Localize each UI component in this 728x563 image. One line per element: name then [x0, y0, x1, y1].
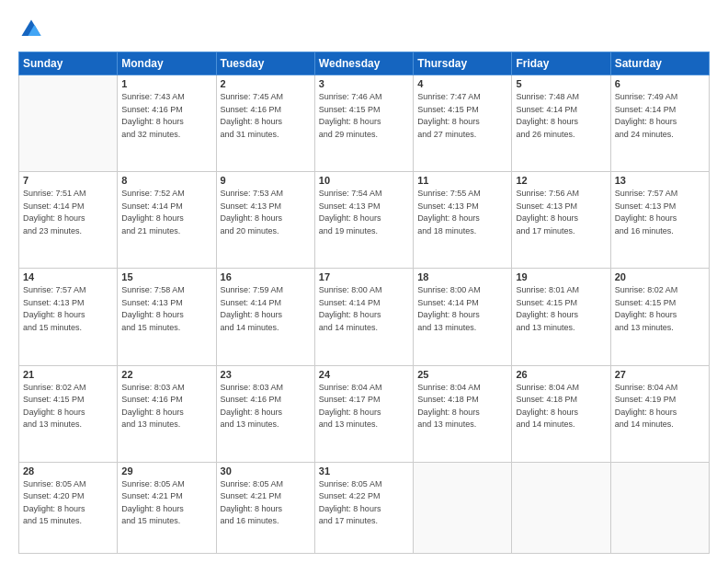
daylight-text: Daylight: 8 hours	[23, 310, 85, 319]
table-cell: 7Sunrise: 7:51 AMSunset: 4:14 PMDaylight…	[19, 172, 118, 269]
daylight-text-2: and 26 minutes.	[516, 130, 574, 139]
daylight-text: Daylight: 8 hours	[121, 310, 184, 319]
table-cell: 24Sunrise: 8:04 AMSunset: 4:17 PMDayligh…	[314, 365, 413, 462]
day-number: 25	[417, 369, 507, 380]
day-number: 16	[221, 271, 311, 282]
table-cell: 15Sunrise: 7:58 AMSunset: 4:13 PMDayligh…	[118, 269, 216, 365]
daylight-text-2: and 16 minutes.	[221, 516, 279, 525]
table-cell: 13Sunrise: 7:57 AMSunset: 4:13 PMDayligh…	[610, 172, 709, 269]
daylight-text: Daylight: 8 hours	[121, 213, 184, 223]
sunset-text: Sunset: 4:19 PM	[615, 395, 677, 404]
sunset-text: Sunset: 4:18 PM	[516, 395, 577, 404]
sunrise-text: Sunrise: 7:57 AM	[615, 189, 678, 198]
calendar-week-row: 21Sunrise: 8:02 AMSunset: 4:15 PMDayligh…	[19, 365, 710, 462]
daylight-text: Daylight: 8 hours	[516, 408, 578, 417]
sunset-text: Sunset: 4:13 PM	[319, 201, 381, 211]
daylight-text: Daylight: 8 hours	[516, 310, 578, 319]
daylight-text: Daylight: 8 hours	[319, 117, 381, 126]
day-info: Sunrise: 7:52 AMSunset: 4:14 PMDaylight:…	[121, 188, 211, 237]
table-cell: 30Sunrise: 8:05 AMSunset: 4:21 PMDayligh…	[216, 462, 314, 553]
day-number: 10	[319, 175, 409, 186]
daylight-text: Daylight: 8 hours	[23, 504, 85, 513]
sunrise-text: Sunrise: 8:03 AM	[221, 383, 284, 392]
table-cell: 23Sunrise: 8:03 AMSunset: 4:16 PMDayligh…	[216, 365, 314, 462]
table-cell: 4Sunrise: 7:47 AMSunset: 4:15 PMDaylight…	[414, 75, 512, 172]
sunrise-text: Sunrise: 7:51 AM	[23, 189, 86, 198]
day-number: 15	[121, 271, 211, 282]
sunrise-text: Sunrise: 8:05 AM	[221, 479, 284, 488]
col-monday: Monday	[118, 52, 216, 75]
sunrise-text: Sunrise: 8:04 AM	[615, 383, 678, 392]
calendar-week-row: 1Sunrise: 7:43 AMSunset: 4:16 PMDaylight…	[19, 75, 710, 172]
day-info: Sunrise: 8:05 AMSunset: 4:21 PMDaylight:…	[121, 478, 211, 528]
day-info: Sunrise: 8:05 AMSunset: 4:22 PMDaylight:…	[319, 478, 409, 528]
col-saturday: Saturday	[610, 52, 709, 75]
table-cell: 17Sunrise: 8:00 AMSunset: 4:14 PMDayligh…	[314, 269, 413, 365]
table-cell: 9Sunrise: 7:53 AMSunset: 4:13 PMDaylight…	[216, 172, 314, 269]
table-cell: 8Sunrise: 7:52 AMSunset: 4:14 PMDaylight…	[118, 172, 216, 269]
calendar-week-row: 14Sunrise: 7:57 AMSunset: 4:13 PMDayligh…	[19, 269, 710, 365]
day-info: Sunrise: 8:02 AMSunset: 4:15 PMDaylight:…	[23, 382, 113, 431]
table-cell: 2Sunrise: 7:45 AMSunset: 4:16 PMDaylight…	[216, 75, 314, 172]
day-number: 8	[121, 175, 211, 186]
sunset-text: Sunset: 4:16 PM	[121, 105, 183, 114]
daylight-text-2: and 13 minutes.	[516, 323, 574, 332]
sunrise-text: Sunrise: 7:43 AM	[121, 92, 185, 101]
sunrise-text: Sunrise: 7:55 AM	[417, 189, 481, 198]
sunrise-text: Sunrise: 8:02 AM	[23, 383, 86, 392]
day-info: Sunrise: 8:02 AMSunset: 4:15 PMDaylight:…	[615, 284, 705, 334]
sunrise-text: Sunrise: 7:45 AM	[221, 92, 284, 101]
daylight-text: Daylight: 8 hours	[615, 117, 677, 126]
daylight-text: Daylight: 8 hours	[417, 117, 480, 126]
daylight-text-2: and 17 minutes.	[516, 226, 574, 236]
sunset-text: Sunset: 4:21 PM	[121, 491, 183, 500]
daylight-text-2: and 20 minutes.	[221, 226, 279, 236]
day-info: Sunrise: 8:04 AMSunset: 4:19 PMDaylight:…	[615, 382, 705, 431]
day-number: 19	[516, 271, 606, 282]
calendar-page: Sunday Monday Tuesday Wednesday Thursday…	[0, 0, 728, 563]
daylight-text-2: and 15 minutes.	[121, 516, 180, 525]
day-number: 11	[417, 175, 507, 186]
daylight-text-2: and 32 minutes.	[121, 130, 180, 139]
daylight-text-2: and 14 minutes.	[516, 419, 574, 429]
daylight-text: Daylight: 8 hours	[417, 213, 480, 223]
day-info: Sunrise: 7:48 AMSunset: 4:14 PMDaylight:…	[516, 91, 606, 141]
sunset-text: Sunset: 4:14 PM	[221, 298, 282, 307]
day-info: Sunrise: 7:49 AMSunset: 4:14 PMDaylight:…	[615, 91, 705, 141]
day-number: 2	[221, 78, 311, 89]
day-info: Sunrise: 8:05 AMSunset: 4:20 PMDaylight:…	[23, 478, 113, 528]
daylight-text: Daylight: 8 hours	[23, 213, 85, 223]
daylight-text: Daylight: 8 hours	[615, 213, 677, 223]
day-number: 24	[319, 369, 409, 380]
daylight-text: Daylight: 8 hours	[221, 213, 283, 223]
day-info: Sunrise: 7:59 AMSunset: 4:14 PMDaylight:…	[221, 284, 311, 334]
sunset-text: Sunset: 4:14 PM	[121, 201, 183, 211]
daylight-text-2: and 15 minutes.	[23, 516, 82, 525]
day-info: Sunrise: 7:47 AMSunset: 4:15 PMDaylight:…	[417, 91, 507, 141]
sunset-text: Sunset: 4:14 PM	[516, 105, 577, 114]
sunrise-text: Sunrise: 7:59 AM	[221, 285, 284, 294]
table-cell: 25Sunrise: 8:04 AMSunset: 4:18 PMDayligh…	[414, 365, 512, 462]
sunset-text: Sunset: 4:14 PM	[319, 298, 381, 307]
sunrise-text: Sunrise: 7:52 AM	[121, 189, 185, 198]
table-cell: 10Sunrise: 7:54 AMSunset: 4:13 PMDayligh…	[314, 172, 413, 269]
day-number: 31	[319, 465, 409, 477]
logo-icon	[18, 17, 44, 42]
daylight-text: Daylight: 8 hours	[319, 408, 381, 417]
sunset-text: Sunset: 4:14 PM	[23, 201, 85, 211]
daylight-text: Daylight: 8 hours	[615, 310, 677, 319]
day-number: 29	[121, 465, 211, 477]
sunrise-text: Sunrise: 7:47 AM	[417, 92, 481, 101]
sunset-text: Sunset: 4:22 PM	[319, 491, 381, 500]
day-number: 21	[23, 369, 113, 380]
day-info: Sunrise: 8:04 AMSunset: 4:18 PMDaylight:…	[516, 382, 606, 431]
daylight-text: Daylight: 8 hours	[516, 117, 578, 126]
daylight-text-2: and 27 minutes.	[417, 130, 476, 139]
sunset-text: Sunset: 4:16 PM	[121, 395, 183, 404]
sunset-text: Sunset: 4:14 PM	[615, 105, 677, 114]
sunrise-text: Sunrise: 8:04 AM	[319, 383, 382, 392]
daylight-text-2: and 24 minutes.	[615, 130, 674, 139]
sunrise-text: Sunrise: 8:05 AM	[319, 479, 382, 488]
col-thursday: Thursday	[414, 52, 512, 75]
daylight-text: Daylight: 8 hours	[221, 504, 283, 513]
